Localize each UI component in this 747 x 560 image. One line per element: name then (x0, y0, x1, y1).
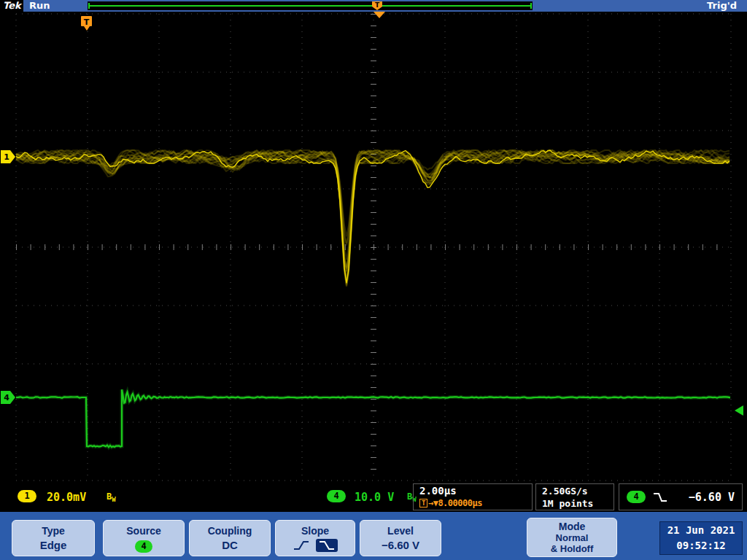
svg-text:4: 4 (4, 393, 9, 402)
coupling-button[interactable]: Coupling DC (189, 520, 271, 556)
trigger-level-readout: −6.60 V (689, 491, 735, 504)
ch4-badge[interactable]: 4 (327, 490, 346, 502)
mode-button[interactable]: Mode Normal & Holdoff (527, 518, 617, 557)
level-button[interactable]: Level −6.60 V (360, 520, 441, 556)
falling-edge-icon (318, 540, 336, 551)
ch1-bandwidth-icon: BW (107, 491, 116, 503)
trigger-status: Trig'd (707, 0, 737, 12)
trigger-level-marker[interactable] (735, 405, 743, 416)
run-status: Run (29, 0, 50, 12)
record-length: 1M points (542, 497, 608, 510)
tek-logo: Tek (0, 0, 23, 12)
status-bar: 1 20.0mV BW 4 10.0 V BW 2.00µs T→▼8.0000… (0, 481, 747, 512)
acquisition-bar: T (88, 1, 533, 10)
datetime-display: 21 Jun 2021 09:52:12 (659, 521, 743, 555)
falling-edge-icon (653, 492, 667, 502)
time-readout: 09:52:12 (660, 538, 742, 553)
rising-edge-icon (293, 540, 310, 551)
source-channel-badge: 4 (135, 540, 152, 553)
ch4-scale-readout: 10.0 V (355, 491, 394, 504)
expansion-point-marker[interactable] (374, 12, 385, 18)
ch1-badge[interactable]: 1 (18, 490, 36, 502)
type-value: Edge (12, 539, 94, 551)
source-button[interactable]: Source 4 (103, 520, 185, 556)
mode-value-2: & Holdoff (527, 543, 616, 554)
trigger-source-badge: 4 (627, 491, 646, 503)
svg-text:1: 1 (4, 152, 9, 162)
svg-text:T: T (84, 18, 90, 27)
header-bar: Tek Run T Trig'd (0, 0, 747, 12)
trigger-readout: 4 −6.60 V (619, 483, 743, 510)
slope-button[interactable]: Slope (275, 520, 355, 556)
level-value: −6.60 V (360, 539, 441, 551)
waveform-display: 14T (0, 12, 747, 481)
timebase-readout: 2.00µs T→▼8.00000µs (413, 483, 533, 510)
mode-value: Normal (527, 532, 616, 543)
ch1-waveform (16, 150, 729, 287)
acquisition-readout: 2.50GS/s 1M points (535, 483, 614, 510)
ch4-waveform (16, 389, 730, 447)
acquisition-line (90, 5, 530, 7)
ch1-scale-readout: 20.0mV (47, 491, 86, 504)
coupling-value: DC (190, 539, 270, 551)
date-readout: 21 Jun 2021 (660, 523, 742, 538)
type-button[interactable]: Type Edge (12, 520, 95, 556)
falling-edge-selected (316, 539, 338, 552)
timebase-scale: 2.00µs (419, 485, 526, 497)
sample-rate: 2.50GS/s (542, 485, 608, 497)
acquisition-trigger-marker[interactable]: T (372, 1, 382, 10)
trigger-delay-t-icon: T (419, 499, 427, 508)
menu-bar: Type Edge Source 4 Coupling DC Slope (0, 512, 747, 560)
oscilloscope-screen: Tek Run T Trig'd 14T 1 20.0mV BW 4 10.0 … (0, 0, 747, 560)
trigger-delay-readout: T→▼8.00000µs (419, 497, 526, 510)
